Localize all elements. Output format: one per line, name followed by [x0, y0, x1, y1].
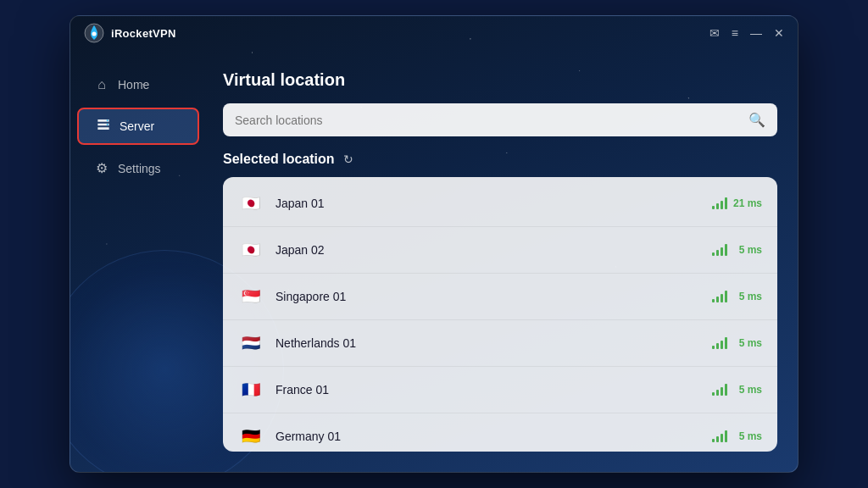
signal-bar-4 [725, 384, 727, 396]
server-label: Server [120, 119, 154, 133]
sidebar-item-home[interactable]: ⌂ Home [77, 69, 199, 101]
signal-bar-4 [725, 244, 727, 256]
app-title: iRocketVPN [111, 27, 176, 40]
signal-bar-1 [712, 346, 715, 349]
latency-value: 21 ms [732, 197, 762, 209]
signal-container: 5 ms [712, 430, 762, 442]
signal-bars-icon [712, 337, 727, 349]
server-name: Japan 02 [275, 243, 712, 257]
titlebar-controls: ✉ ≡ — ✕ [709, 26, 784, 40]
search-icon: 🔍 [748, 112, 765, 128]
signal-bar-1 [712, 252, 715, 256]
signal-bar-1 [712, 299, 715, 302]
signal-bar-4 [725, 197, 727, 209]
signal-container: 5 ms [712, 291, 762, 302]
country-flag: 🇩🇪 [238, 424, 264, 449]
signal-bar-2 [716, 390, 719, 396]
mail-icon[interactable]: ✉ [709, 26, 720, 40]
signal-bars-icon [712, 430, 727, 442]
section-header: Selected location ↻ [223, 152, 777, 167]
country-flag: 🇫🇷 [238, 377, 264, 402]
minimize-icon[interactable]: — [750, 26, 762, 40]
server-icon [96, 118, 111, 135]
server-name: Netherlands 01 [275, 336, 712, 350]
sidebar: ⌂ Home Server ⚙ Settings [70, 50, 206, 472]
home-label: Home [118, 78, 149, 92]
country-flag: 🇯🇵 [238, 191, 264, 216]
server-name: France 01 [275, 383, 712, 396]
svg-point-3 [107, 124, 108, 125]
section-title: Selected location [223, 152, 335, 167]
latency-value: 5 ms [732, 337, 762, 349]
titlebar: iRocketVPN ✉ ≡ — ✕ [70, 16, 798, 50]
latency-value: 5 ms [732, 384, 762, 396]
latency-value: 5 ms [732, 430, 762, 442]
signal-bars-icon [712, 244, 727, 256]
country-flag: 🇯🇵 [238, 237, 264, 263]
signal-container: 5 ms [712, 384, 762, 396]
signal-container: 5 ms [712, 337, 762, 349]
server-list-item[interactable]: 🇩🇪 Germany 01 5 ms [223, 413, 777, 452]
server-name: Singapore 01 [275, 290, 712, 303]
server-list-item[interactable]: 🇫🇷 France 01 5 ms [223, 367, 777, 413]
signal-bar-3 [721, 201, 723, 209]
server-list-item[interactable]: 🇯🇵 Japan 01 21 ms [223, 180, 777, 227]
menu-icon[interactable]: ≡ [732, 26, 738, 40]
signal-container: 5 ms [712, 244, 762, 256]
signal-bar-2 [716, 203, 719, 209]
titlebar-left: iRocketVPN [84, 23, 176, 43]
search-input[interactable] [235, 114, 742, 127]
signal-bar-2 [716, 297, 719, 302]
main-layout: ⌂ Home Server ⚙ Settings Virtua [70, 50, 798, 472]
app-window: iRocketVPN ✉ ≡ — ✕ ⌂ Home [70, 15, 798, 473]
server-list-item[interactable]: 🇳🇱 Netherlands 01 5 ms [223, 320, 777, 367]
signal-bar-4 [725, 337, 727, 349]
signal-bar-1 [712, 392, 715, 396]
refresh-icon[interactable]: ↻ [343, 152, 353, 166]
svg-point-2 [107, 119, 108, 121]
app-logo-icon [84, 23, 104, 43]
svg-point-1 [92, 32, 97, 36]
signal-bar-3 [721, 247, 723, 256]
server-list: 🇯🇵 Japan 01 21 ms 🇯🇵 Japan 02 [223, 177, 777, 452]
sidebar-item-settings[interactable]: ⚙ Settings [77, 152, 199, 185]
latency-value: 5 ms [732, 291, 762, 302]
server-name: Japan 01 [275, 197, 712, 210]
signal-bar-3 [721, 387, 723, 396]
signal-bar-3 [721, 341, 723, 349]
signal-bars-icon [712, 197, 727, 209]
signal-bar-4 [725, 291, 727, 302]
page-title: Virtual location [223, 70, 777, 90]
signal-container: 21 ms [712, 197, 762, 209]
server-list-item[interactable]: 🇯🇵 Japan 02 5 ms [223, 227, 777, 274]
signal-bar-3 [721, 434, 723, 442]
signal-bar-2 [716, 343, 719, 349]
signal-bars-icon [712, 384, 727, 396]
content-area: Virtual location 🔍 Selected location ↻ 🇯… [206, 50, 798, 472]
signal-bars-icon [712, 291, 727, 302]
settings-label: Settings [118, 162, 161, 175]
server-list-item[interactable]: 🇸🇬 Singapore 01 5 ms [223, 274, 777, 320]
home-icon: ⌂ [94, 77, 109, 92]
signal-bar-1 [712, 439, 715, 442]
signal-bar-2 [716, 250, 719, 256]
signal-bar-4 [725, 430, 727, 442]
server-list-container: 🇯🇵 Japan 01 21 ms 🇯🇵 Japan 02 [223, 177, 777, 452]
sidebar-item-server[interactable]: Server [77, 108, 199, 145]
signal-bar-2 [716, 436, 719, 442]
close-icon[interactable]: ✕ [774, 26, 784, 40]
country-flag: 🇳🇱 [238, 330, 264, 356]
latency-value: 5 ms [732, 244, 762, 256]
country-flag: 🇸🇬 [238, 284, 264, 309]
server-name: Germany 01 [275, 430, 712, 443]
search-bar: 🔍 [223, 103, 777, 136]
settings-icon: ⚙ [94, 160, 109, 176]
signal-bar-3 [721, 294, 723, 302]
signal-bar-1 [712, 206, 715, 209]
